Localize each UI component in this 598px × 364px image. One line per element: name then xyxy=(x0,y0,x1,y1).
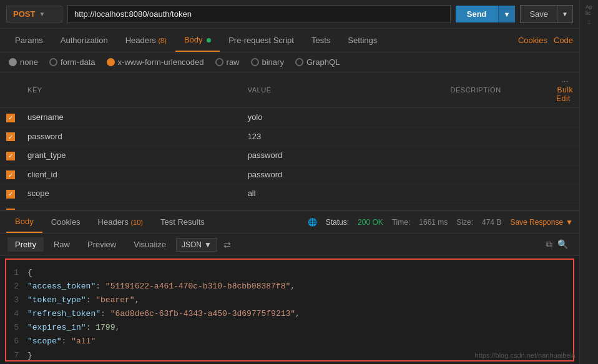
time-value: 1661 ms xyxy=(419,218,448,227)
bulk-edit-button[interactable]: Bulk Edit xyxy=(556,86,573,103)
resp-tab-headers[interactable]: Headers (10) xyxy=(89,212,152,232)
resp-tab-body[interactable]: Body xyxy=(6,211,42,233)
tab-authorization[interactable]: Authorization xyxy=(52,29,117,51)
tab-headers[interactable]: Headers (8) xyxy=(117,29,175,51)
row-value-1[interactable]: 123 xyxy=(242,127,444,146)
tab-params[interactable]: Params xyxy=(6,29,52,51)
body-active-indicator xyxy=(207,38,211,42)
row-value-2[interactable]: password xyxy=(242,146,444,165)
row-checkbox-cell[interactable]: ✓ xyxy=(0,184,21,204)
checkbox-4[interactable]: ✓ xyxy=(6,190,15,199)
save-response-chevron-icon: ▼ xyxy=(566,218,573,227)
method-selector[interactable]: POST ▼ xyxy=(6,6,62,22)
table-row: ✓ username yolo xyxy=(0,108,579,127)
resp-tab-test-results[interactable]: Test Results xyxy=(152,212,213,232)
fmt-tab-visualize[interactable]: Visualize xyxy=(126,237,174,252)
row-action-3 xyxy=(550,165,579,184)
fmt-tab-preview[interactable]: Preview xyxy=(80,237,124,252)
body-type-form-data[interactable]: form-data xyxy=(49,57,96,67)
row-checkbox-cell[interactable]: ✓ xyxy=(0,146,21,165)
row-key-0[interactable]: username xyxy=(21,108,242,127)
code-line: 4 "refresh_token": "6ad8de6c-63fb-4343-a… xyxy=(6,307,573,321)
row-key-1[interactable]: password xyxy=(21,127,242,146)
request-tab-nav: Params Authorization Headers (8) Body Pr… xyxy=(0,29,579,52)
checkbox-0[interactable]: ✓ xyxy=(6,114,15,122)
checkbox-2[interactable]: ✓ xyxy=(6,152,15,160)
radio-binary-icon xyxy=(251,58,259,66)
row-key-2[interactable]: grant_type xyxy=(21,146,242,165)
row-checkbox-cell[interactable]: ✓ xyxy=(0,165,21,184)
line-content: "access_token": "51191622-a461-470c-b310… xyxy=(27,280,295,293)
checkbox-3[interactable]: ✓ xyxy=(6,170,15,179)
col-desc-header: DESCRIPTION xyxy=(444,72,550,108)
row-value-3[interactable]: password xyxy=(242,165,444,184)
top-bar: POST ▼ Send ▼ Save ▼ xyxy=(0,0,579,29)
save-button[interactable]: Save xyxy=(520,5,557,23)
fmt-right-icons: ⧉ 🔍 xyxy=(542,237,572,252)
body-type-bar: none form-data x-www-form-urlencoded raw… xyxy=(0,52,579,72)
row-desc-1[interactable] xyxy=(444,127,550,146)
tab-tests[interactable]: Tests xyxy=(303,29,339,51)
response-status-area: 🌐 Status: 200 OK Time: 1661 ms Size: 474… xyxy=(308,218,573,227)
checkbox-1[interactable]: ✓ xyxy=(6,132,15,141)
col-key-header: KEY xyxy=(21,72,242,108)
send-button-group: Send ▼ xyxy=(456,6,516,22)
search-icon[interactable]: 🔍 xyxy=(557,239,568,250)
table-row: ✓ client_id password xyxy=(0,165,579,184)
line-content: "scope": "all" xyxy=(27,335,96,348)
copy-icon[interactable]: ⧉ xyxy=(546,239,552,250)
wrap-lines-icon[interactable]: ⇄ xyxy=(220,238,235,252)
url-input[interactable] xyxy=(67,5,451,23)
row-value-0[interactable]: yolo xyxy=(242,108,444,127)
send-dropdown-button[interactable]: ▼ xyxy=(498,6,516,22)
side-panel: Aplic :: xyxy=(579,0,598,364)
row-desc-5[interactable] xyxy=(444,203,550,210)
body-type-binary[interactable]: binary xyxy=(251,57,284,67)
save-response-button[interactable]: Save Response ▼ xyxy=(510,218,573,227)
code-line: 1{ xyxy=(6,266,573,280)
save-dropdown-button[interactable]: ▼ xyxy=(557,5,573,23)
send-button[interactable]: Send xyxy=(456,6,498,22)
tab-settings[interactable]: Settings xyxy=(339,29,386,51)
side-icon-2: :: xyxy=(587,19,591,25)
row-key-5[interactable]: client_secret xyxy=(21,203,242,210)
cookies-link[interactable]: Cookies xyxy=(518,36,547,45)
format-selector[interactable]: JSON ▼ xyxy=(176,238,217,252)
table-row: ✓ scope all xyxy=(0,184,579,204)
row-desc-0[interactable] xyxy=(444,108,550,127)
col-value-header: VALUE xyxy=(242,72,444,108)
body-type-urlencoded[interactable]: x-www-form-urlencoded xyxy=(107,57,204,67)
table-body: ✓ username yolo ✓ password 123 ✓ grant_t… xyxy=(0,108,579,210)
code-line: 6 "scope": "all" xyxy=(6,335,573,348)
row-value-4[interactable]: all xyxy=(242,184,444,204)
fmt-tab-pretty[interactable]: Pretty xyxy=(7,237,44,252)
row-checkbox-cell[interactable]: ✓ xyxy=(0,203,21,210)
code-line: 3 "token_type": "bearer", xyxy=(6,293,573,307)
size-label: Size: xyxy=(456,218,473,227)
tab-pre-request-script[interactable]: Pre-request Script xyxy=(220,29,303,51)
save-button-group: Save ▼ xyxy=(520,5,573,23)
fmt-tab-raw[interactable]: Raw xyxy=(46,237,77,252)
line-content: "refresh_token": "6ad8de6c-63fb-4343-a45… xyxy=(27,307,300,321)
tab-body[interactable]: Body xyxy=(175,29,220,52)
row-key-3[interactable]: client_id xyxy=(21,165,242,184)
code-link[interactable]: Code xyxy=(554,36,573,45)
format-chevron-icon: ▼ xyxy=(204,240,212,249)
col-actions-header: ··· Bulk Edit xyxy=(550,72,579,108)
row-desc-2[interactable] xyxy=(444,146,550,165)
row-desc-4[interactable] xyxy=(444,184,550,204)
body-type-raw[interactable]: raw xyxy=(215,57,240,67)
row-checkbox-cell[interactable]: ✓ xyxy=(0,108,21,127)
status-value: 200 OK xyxy=(358,218,383,227)
json-response-area: 1{2 "access_token": "51191622-a461-470c-… xyxy=(5,258,574,362)
row-key-4[interactable]: scope xyxy=(21,184,242,204)
radio-none-icon xyxy=(9,58,17,66)
params-table: KEY VALUE DESCRIPTION ··· Bulk Edit ✓ us… xyxy=(0,72,579,210)
more-options-icon[interactable]: ··· xyxy=(561,77,569,86)
row-desc-3[interactable] xyxy=(444,165,550,184)
row-checkbox-cell[interactable]: ✓ xyxy=(0,127,21,146)
body-type-none[interactable]: none xyxy=(9,57,38,67)
row-value-5[interactable]: 123 xyxy=(242,203,444,210)
body-type-graphql[interactable]: GraphQL xyxy=(295,57,340,67)
resp-tab-cookies[interactable]: Cookies xyxy=(42,212,89,232)
